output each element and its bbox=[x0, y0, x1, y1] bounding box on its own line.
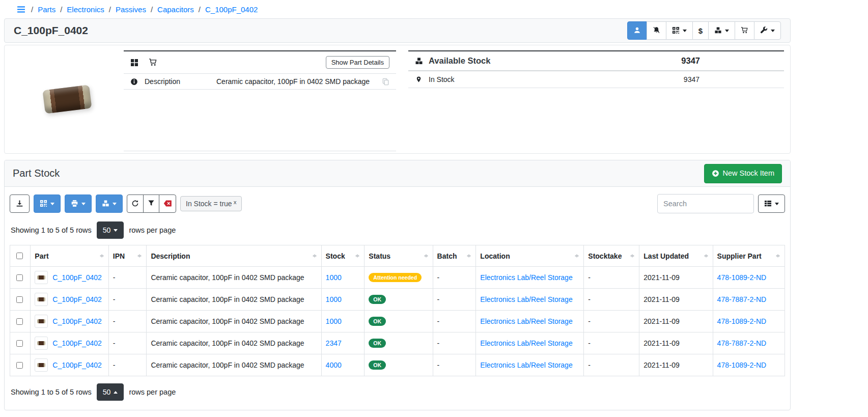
part-image-thumbnail[interactable] bbox=[43, 85, 92, 114]
sort-icon[interactable] bbox=[100, 252, 104, 260]
breadcrumb-link-current-part[interactable]: C_100pF_0402 bbox=[205, 5, 258, 14]
subscribe-button[interactable] bbox=[627, 21, 647, 40]
column-header-stock[interactable]: Stock bbox=[321, 245, 365, 267]
location-link[interactable]: Electronics Lab/Reel Storage bbox=[480, 361, 572, 369]
chevron-down-icon bbox=[114, 229, 118, 232]
part-stock-title: Part Stock bbox=[13, 168, 60, 179]
column-header-status[interactable]: Status bbox=[365, 245, 433, 267]
part-thumbnail[interactable] bbox=[35, 293, 48, 306]
supplier-part-link[interactable]: 478-7887-2-ND bbox=[717, 295, 767, 303]
row-checkbox[interactable] bbox=[16, 296, 23, 303]
stock-link[interactable]: 4000 bbox=[326, 361, 342, 369]
notifications-off-button[interactable] bbox=[647, 21, 666, 40]
page-size-dropdown[interactable]: 50 bbox=[97, 383, 124, 401]
stock-actions-dropdown[interactable] bbox=[708, 21, 735, 40]
column-header-stocktake[interactable]: Stocktake bbox=[584, 245, 639, 267]
part-settings-dropdown[interactable] bbox=[754, 21, 781, 40]
clear-filter-icon bbox=[163, 200, 172, 208]
breadcrumb-link-parts[interactable]: Parts bbox=[38, 5, 55, 14]
sort-icon[interactable] bbox=[137, 252, 142, 260]
location-link[interactable]: Electronics Lab/Reel Storage bbox=[480, 273, 572, 282]
breadcrumb-link-passives[interactable]: Passives bbox=[116, 5, 146, 14]
part-link[interactable]: C_100pF_0402 bbox=[52, 317, 102, 325]
barcode-actions-table-dropdown[interactable] bbox=[34, 194, 61, 213]
sort-icon[interactable] bbox=[467, 252, 471, 260]
show-part-details-button[interactable]: Show Part Details bbox=[326, 56, 389, 69]
location-link[interactable]: Electronics Lab/Reel Storage bbox=[480, 339, 572, 347]
location-link[interactable]: Electronics Lab/Reel Storage bbox=[480, 317, 572, 325]
export-button[interactable] bbox=[10, 194, 30, 213]
select-all-checkbox[interactable] bbox=[16, 253, 23, 259]
clear-filters-button[interactable] bbox=[159, 194, 176, 213]
part-thumbnail[interactable] bbox=[35, 358, 48, 372]
sort-icon[interactable] bbox=[313, 252, 317, 260]
breadcrumb-link-capacitors[interactable]: Capacitors bbox=[157, 5, 194, 14]
sort-icon[interactable] bbox=[424, 252, 429, 260]
row-checkbox[interactable] bbox=[16, 362, 23, 369]
part-link[interactable]: C_100pF_0402 bbox=[52, 339, 102, 347]
barcode-actions-dropdown[interactable] bbox=[666, 21, 693, 40]
sort-icon[interactable] bbox=[575, 252, 579, 260]
grid-icon[interactable] bbox=[130, 59, 138, 67]
breadcrumb-link-electronics[interactable]: Electronics bbox=[67, 5, 104, 14]
part-thumbnail[interactable] bbox=[35, 337, 48, 350]
add-filter-button[interactable] bbox=[143, 194, 159, 213]
part-description-row: Description Ceramic capacitor, 100pF in … bbox=[124, 74, 396, 90]
description-label: Description bbox=[145, 77, 210, 86]
chevron-down-icon bbox=[775, 203, 779, 205]
new-stock-item-button[interactable]: New Stock Item bbox=[704, 164, 782, 183]
tools-icon bbox=[760, 26, 768, 35]
column-header-last-updated[interactable]: Last Updated bbox=[639, 245, 713, 267]
supplier-part-link[interactable]: 478-1089-2-ND bbox=[717, 273, 767, 282]
order-part-button[interactable] bbox=[735, 21, 754, 40]
part-link[interactable]: C_100pF_0402 bbox=[52, 295, 102, 303]
column-header-supplier-part[interactable]: Supplier Part bbox=[713, 245, 785, 267]
sort-icon[interactable] bbox=[776, 252, 780, 260]
stock-link[interactable]: 1000 bbox=[326, 273, 342, 282]
search-input[interactable] bbox=[657, 194, 754, 213]
row-checkbox[interactable] bbox=[16, 318, 23, 325]
supplier-part-link[interactable]: 478-7887-2-ND bbox=[717, 339, 767, 347]
column-header-location[interactable]: Location bbox=[476, 245, 584, 267]
stock-link[interactable]: 1000 bbox=[326, 317, 342, 325]
stock-link[interactable]: 2347 bbox=[326, 339, 342, 347]
part-link[interactable]: C_100pF_0402 bbox=[52, 361, 102, 369]
supplier-part-link[interactable]: 478-1089-2-ND bbox=[717, 361, 767, 369]
filter-chip-in-stock[interactable]: In Stock = true x bbox=[180, 196, 242, 211]
capacitor-thumb-image bbox=[37, 319, 45, 323]
part-thumbnail[interactable] bbox=[35, 271, 48, 284]
reload-table-button[interactable] bbox=[127, 194, 144, 213]
part-link[interactable]: C_100pF_0402 bbox=[52, 273, 102, 282]
columns-list-icon bbox=[764, 200, 772, 208]
supplier-part-link[interactable]: 478-1089-2-ND bbox=[717, 317, 767, 325]
column-header-ipn[interactable]: IPN bbox=[108, 245, 147, 267]
row-checkbox[interactable] bbox=[16, 340, 23, 347]
part-image[interactable] bbox=[11, 49, 124, 149]
column-header-batch[interactable]: Batch bbox=[433, 245, 476, 267]
part-stock-header: Part Stock New Stock Item bbox=[5, 160, 790, 187]
column-header-part[interactable]: Part bbox=[31, 245, 108, 267]
part-thumbnail[interactable] bbox=[35, 315, 48, 328]
select-all-header[interactable] bbox=[10, 245, 31, 267]
sort-icon[interactable] bbox=[704, 252, 709, 260]
sort-icon[interactable] bbox=[355, 252, 360, 260]
remove-filter-icon[interactable]: x bbox=[234, 200, 237, 206]
description-cell: Ceramic capacitor, 100pF in 0402 SMD pac… bbox=[147, 267, 321, 289]
ipn-cell: - bbox=[108, 267, 147, 289]
copy-icon[interactable] bbox=[382, 78, 389, 86]
cart-icon[interactable] bbox=[149, 58, 157, 67]
sort-icon[interactable] bbox=[630, 252, 635, 260]
stock-options-dropdown[interactable] bbox=[96, 194, 123, 213]
print-actions-dropdown[interactable] bbox=[65, 194, 92, 213]
part-action-buttons: $ bbox=[627, 21, 781, 40]
menu-icon[interactable] bbox=[17, 5, 25, 14]
page-size-dropdown[interactable]: 50 bbox=[97, 221, 124, 239]
breadcrumb: / Parts / Electronics / Passives / Capac… bbox=[4, 0, 791, 18]
stock-link[interactable]: 1000 bbox=[326, 295, 342, 303]
row-checkbox[interactable] bbox=[16, 274, 23, 281]
column-header-description[interactable]: Description bbox=[147, 245, 321, 267]
table-row: C_100pF_0402 - Ceramic capacitor, 100pF … bbox=[10, 289, 785, 311]
column-select-dropdown[interactable] bbox=[758, 194, 785, 213]
pricing-button[interactable]: $ bbox=[692, 21, 709, 40]
location-link[interactable]: Electronics Lab/Reel Storage bbox=[480, 295, 572, 303]
